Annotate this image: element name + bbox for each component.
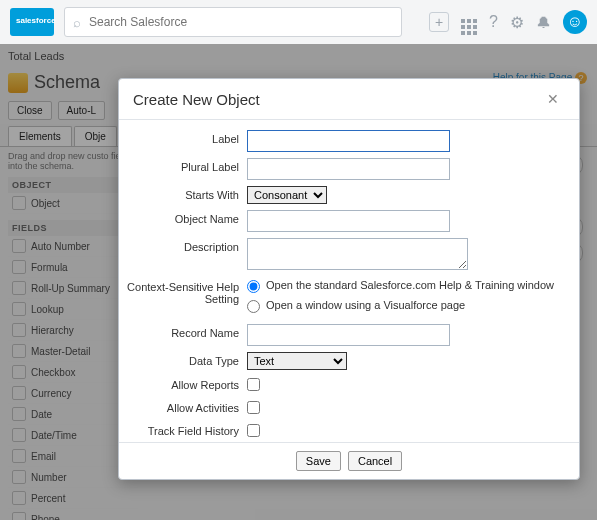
objname-label: Object Name (119, 210, 247, 225)
ctx-label: Context-Sensitive Help Setting (119, 278, 247, 305)
track-check[interactable] (247, 424, 260, 437)
search-input[interactable] (87, 14, 393, 30)
header: salesforce ⌕ + ? ⚙ 🔔︎ ☺ (0, 0, 597, 45)
ctx-vf-radio[interactable] (247, 300, 260, 313)
starts-label: Starts With (119, 186, 247, 201)
bell-icon[interactable]: 🔔︎ (536, 14, 551, 31)
ctx-vf-label: Open a window using a Visualforce page (266, 299, 465, 311)
plural-label: Plural Label (119, 158, 247, 173)
dtype-select[interactable]: Text (247, 352, 347, 370)
close-icon[interactable]: ✕ (541, 89, 565, 109)
plural-input[interactable] (247, 158, 450, 180)
desc-input[interactable] (247, 238, 468, 270)
modal-body: Label Plural Label Starts WithConsonant … (119, 120, 579, 442)
plus-icon[interactable]: + (429, 12, 449, 32)
modal-title: Create New Object (133, 91, 541, 108)
ctx-standard-label: Open the standard Salesforce.com Help & … (266, 279, 554, 291)
rec-label: Record Name (119, 324, 247, 339)
salesforce-logo: salesforce (10, 8, 54, 36)
allowact-label: Allow Activities (119, 399, 247, 414)
allowrep-label: Allow Reports (119, 376, 247, 391)
modal-header: Create New Object ✕ (119, 79, 579, 120)
modal-footer: Save Cancel (119, 442, 579, 479)
label-input[interactable] (247, 130, 450, 152)
starts-select[interactable]: Consonant (247, 186, 327, 204)
desc-label: Description (119, 238, 247, 253)
avatar[interactable]: ☺ (563, 10, 587, 34)
dtype-label: Data Type (119, 352, 247, 367)
label-label: Label (119, 130, 247, 145)
header-icons: + ? ⚙ 🔔︎ ☺ (429, 9, 587, 35)
allowrep-check[interactable] (247, 378, 260, 391)
create-object-modal: Create New Object ✕ Label Plural Label S… (118, 78, 580, 480)
objname-input[interactable] (247, 210, 450, 232)
gear-icon[interactable]: ⚙ (510, 13, 524, 32)
rec-input[interactable] (247, 324, 450, 346)
save-button[interactable]: Save (296, 451, 341, 471)
apps-icon[interactable] (461, 9, 477, 35)
help-icon[interactable]: ? (489, 13, 498, 31)
ctx-standard-radio[interactable] (247, 280, 260, 293)
track-label: Track Field History (119, 422, 247, 437)
allowact-check[interactable] (247, 401, 260, 414)
cancel-button[interactable]: Cancel (348, 451, 402, 471)
search-icon: ⌕ (73, 15, 81, 30)
search-container[interactable]: ⌕ (64, 7, 402, 37)
